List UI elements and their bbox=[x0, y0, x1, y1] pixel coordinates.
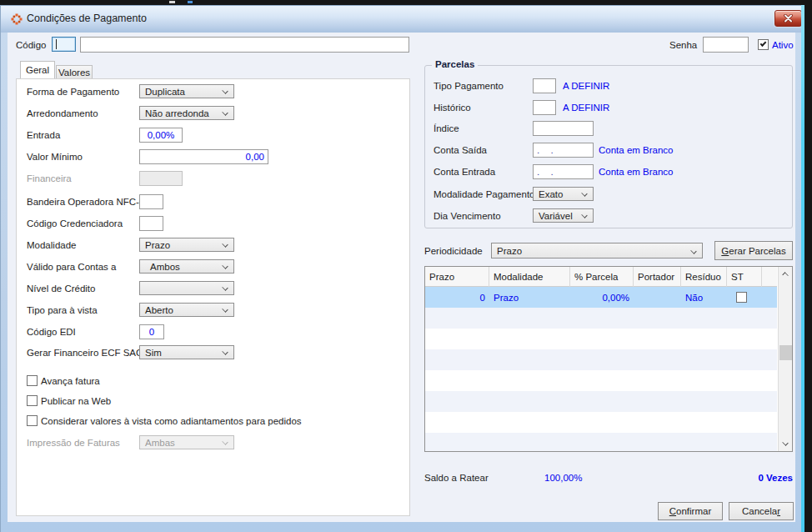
field-row: Válido para Contas a Ambos bbox=[17, 259, 409, 274]
checkbox-row: Avança fatura bbox=[17, 376, 409, 388]
table-row-empty[interactable] bbox=[425, 412, 777, 433]
chevron-down-icon bbox=[222, 439, 228, 444]
close-button[interactable] bbox=[774, 10, 802, 27]
ativo-label: Ativo bbox=[772, 40, 794, 50]
ativo-checkbox[interactable] bbox=[758, 39, 769, 50]
chevron-down-icon bbox=[581, 212, 587, 218]
parcelas-group-title: Parcelas bbox=[432, 59, 478, 69]
periodicidade-select[interactable]: Prazo bbox=[491, 243, 703, 258]
field-row: Arredondamento Não arredonda bbox=[17, 106, 409, 121]
chevron-up-icon bbox=[782, 272, 788, 278]
modalidade-select[interactable]: Prazo bbox=[139, 238, 234, 252]
field-row: Forma de Pagamento Duplicata bbox=[17, 84, 409, 99]
codigo-descricao-input[interactable] bbox=[80, 37, 409, 53]
historico-input[interactable] bbox=[533, 100, 556, 115]
field-row: Bandeira Operadora NFC-e bbox=[17, 194, 409, 209]
field-row: Conta Saída . . Conta em Branco bbox=[425, 143, 792, 158]
bandeira-operadora-input[interactable] bbox=[139, 194, 163, 209]
field-row: Código Credenciadora bbox=[17, 216, 409, 231]
conta-entrada-input[interactable]: . . bbox=[533, 164, 594, 179]
col-header-residuo[interactable]: Resíduo bbox=[681, 267, 727, 287]
historico-note: A DEFINIR bbox=[563, 103, 609, 113]
field-row: Código EDI 0 bbox=[17, 324, 409, 339]
text-cursor bbox=[56, 39, 57, 49]
chevron-down-icon bbox=[222, 263, 228, 269]
tab-valores[interactable]: Valores bbox=[56, 65, 93, 78]
field-row: Histórico A DEFINIR bbox=[425, 100, 792, 115]
chevron-down-icon bbox=[782, 439, 788, 445]
field-row: Dia Vencimento Variável bbox=[425, 208, 792, 223]
chevron-down-icon bbox=[222, 284, 228, 290]
taskbar-fragment bbox=[169, 1, 175, 3]
avanca-fatura-checkbox[interactable] bbox=[27, 375, 38, 386]
chevron-down-icon bbox=[222, 241, 228, 247]
forma-pagamento-select[interactable]: Duplicata bbox=[139, 84, 234, 98]
chevron-down-icon bbox=[222, 306, 228, 312]
conta-entrada-note: Conta em Branco bbox=[599, 167, 674, 177]
codigo-label: Código bbox=[16, 40, 46, 50]
field-row: Financeira bbox=[17, 171, 409, 186]
window-title: Condições de Pagamento bbox=[27, 13, 147, 24]
tipo-avista-select[interactable]: Aberto bbox=[139, 303, 234, 317]
col-header-filler bbox=[762, 267, 777, 287]
table-row-empty[interactable] bbox=[425, 349, 777, 370]
publicar-web-checkbox[interactable] bbox=[27, 395, 38, 406]
nivel-credito-select[interactable] bbox=[139, 281, 234, 295]
modalidade-pagamento-select[interactable]: Exato bbox=[533, 187, 594, 201]
confirmar-button[interactable]: Confirmar bbox=[658, 502, 723, 520]
field-row: Nível de Crédito bbox=[17, 281, 409, 296]
col-header-parcela[interactable]: % Parcela bbox=[570, 267, 634, 287]
scroll-up-button[interactable] bbox=[779, 267, 793, 281]
valido-para-contas-select[interactable]: Ambos bbox=[139, 259, 234, 274]
cancelar-button[interactable]: Cancelar bbox=[729, 502, 794, 520]
entrada-input[interactable]: 0,00% bbox=[139, 128, 183, 143]
codigo-input[interactable] bbox=[52, 37, 76, 52]
st-checkbox[interactable] bbox=[736, 292, 747, 303]
considerar-valores-checkbox[interactable] bbox=[27, 415, 38, 426]
arredondamento-select[interactable]: Não arredonda bbox=[139, 106, 234, 120]
close-icon bbox=[783, 14, 794, 23]
col-header-st[interactable]: ST bbox=[727, 267, 762, 287]
chevron-down-icon bbox=[222, 349, 228, 354]
indice-input[interactable] bbox=[533, 121, 594, 136]
vezes-value: 0 Vezes bbox=[424, 473, 793, 483]
field-row: Conta Entrada . . Conta em Branco bbox=[425, 164, 792, 179]
valor-minimo-input[interactable]: 0,00 bbox=[139, 149, 268, 164]
chevron-down-icon bbox=[690, 248, 696, 253]
impressao-faturas-select: Ambas bbox=[139, 435, 234, 449]
scroll-down-button[interactable] bbox=[779, 437, 793, 451]
col-header-modalidade[interactable]: Modalidade bbox=[489, 267, 570, 287]
table-row-empty[interactable] bbox=[425, 370, 777, 391]
dia-vencimento-select[interactable]: Variável bbox=[533, 208, 594, 223]
table-row-selected[interactable]: 0 Prazo 0,00% Não bbox=[425, 287, 777, 308]
tab-geral[interactable]: Geral bbox=[20, 61, 55, 78]
scroll-thumb[interactable] bbox=[779, 345, 792, 360]
field-row: Tipo para à vista Aberto bbox=[17, 303, 409, 318]
tipo-pagamento-input[interactable] bbox=[533, 78, 556, 93]
senha-input[interactable] bbox=[703, 37, 749, 53]
table-row-empty[interactable] bbox=[425, 391, 777, 412]
field-row: Gerar Financeiro ECF SAC Sim bbox=[17, 345, 409, 360]
table-row-empty[interactable] bbox=[425, 308, 777, 329]
senha-label: Senha bbox=[669, 40, 697, 50]
field-row: Índice bbox=[425, 121, 792, 136]
titlebar[interactable]: Condições de Pagamento bbox=[1, 6, 801, 33]
window-edge-highlight bbox=[801, 5, 804, 532]
col-header-portador[interactable]: Portador bbox=[634, 267, 681, 287]
chevron-down-icon bbox=[222, 109, 228, 115]
table-header: Prazo Modalidade % Parcela Portador Resí… bbox=[425, 267, 777, 287]
chevron-down-icon bbox=[222, 88, 228, 93]
gerar-financeiro-select[interactable]: Sim bbox=[139, 345, 234, 359]
app-icon[interactable] bbox=[11, 13, 23, 25]
table-scrollbar[interactable] bbox=[778, 267, 792, 451]
tipo-pagamento-note: A DEFINIR bbox=[563, 81, 609, 91]
gerar-parcelas-button[interactable]: Gerar Parcelas bbox=[714, 241, 793, 260]
table-row-empty[interactable] bbox=[425, 329, 777, 349]
col-header-prazo[interactable]: Prazo bbox=[425, 267, 489, 287]
codigo-credenciadora-input[interactable] bbox=[139, 216, 163, 231]
field-row: Entrada 0,00% bbox=[17, 128, 409, 143]
parcelas-group: Parcelas Tipo Pagamento A DEFINIR Histór… bbox=[424, 65, 793, 228]
table-row-empty[interactable] bbox=[425, 433, 777, 451]
conta-saida-input[interactable]: . . bbox=[533, 143, 594, 158]
codigo-edi-input[interactable]: 0 bbox=[139, 324, 164, 339]
